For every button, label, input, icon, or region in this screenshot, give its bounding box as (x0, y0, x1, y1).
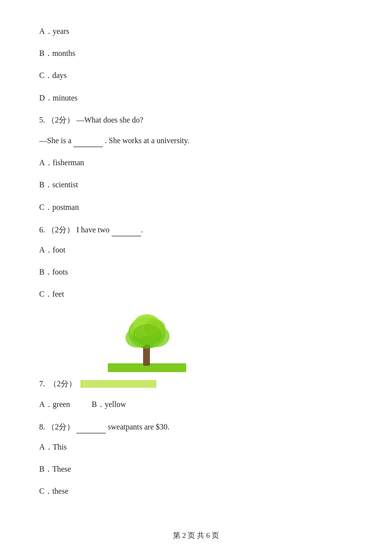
option-q5-c: C．postman (39, 201, 353, 214)
option-text: these (52, 487, 69, 495)
option-text-b: yellow (105, 400, 126, 408)
option-label: D． (39, 94, 53, 102)
question-score: （2分） (49, 377, 76, 390)
footer-text: 第 2 页 共 6 页 (173, 531, 219, 539)
answer-suffix: . She works at a university. (105, 136, 190, 145)
option-label-b: B． (92, 400, 105, 408)
option-q6-b: B．foots (39, 265, 353, 278)
option-q4-c: C．days (39, 69, 353, 82)
question-number: 6. (39, 226, 45, 234)
tree-illustration (108, 314, 186, 373)
question-8: 8. （2分） sweatpants are $30. (39, 420, 353, 433)
option-text: fisherman (53, 158, 84, 167)
question-6: 6. （2分） I have two . (39, 223, 353, 236)
option-text: foots (52, 268, 68, 276)
option-q4-a: A．years (39, 25, 353, 38)
option-text: postman (52, 203, 79, 211)
option-label: B． (39, 49, 52, 57)
question-5: 5. （2分） —What does she do? (39, 113, 353, 126)
option-text: months (52, 49, 75, 57)
option-text: years (53, 27, 70, 35)
question-score: （2分） (47, 423, 74, 431)
option-label: A． (39, 158, 53, 167)
option-label: A． (39, 27, 53, 35)
option-q4-b: B．months (39, 47, 353, 60)
question-5-answer: —She is a . She works at a university. (39, 133, 353, 147)
option-label: B． (39, 465, 52, 473)
option-label: B． (39, 268, 52, 276)
answer-prefix: —She is a (39, 136, 72, 145)
question-text-suffix: . (141, 226, 143, 234)
option-text: scientist (52, 180, 78, 189)
option-text-a: green (53, 400, 71, 408)
option-label: C． (39, 203, 52, 211)
question-score: （2分） (47, 226, 74, 234)
question-text: —What does she do? (76, 116, 143, 124)
option-text: These (52, 465, 71, 473)
question-number: 5. (39, 116, 45, 124)
option-q6-c: C．feet (39, 287, 353, 301)
option-q8-a: A．This (39, 440, 353, 454)
question-blank (112, 223, 141, 236)
option-label: B． (39, 180, 52, 189)
question-7: 7. （2分） (39, 377, 353, 390)
question-number: 8. (39, 423, 45, 431)
option-q5-b: B．scientist (39, 178, 353, 191)
answer-blank (74, 133, 103, 147)
option-label: C． (39, 487, 52, 495)
option-q4-d: D．minutes (39, 91, 353, 104)
question-7-image (98, 309, 196, 373)
image-label-bar (80, 380, 156, 388)
option-q8-c: C．these (39, 484, 353, 498)
option-text: This (53, 443, 67, 451)
option-label: C． (39, 71, 52, 79)
option-label: C． (39, 290, 52, 298)
option-q7-inline: A．green B．yellow (39, 398, 353, 411)
option-q6-a: A．foot (39, 243, 353, 256)
option-label: A． (39, 246, 53, 254)
option-q8-b: B．These (39, 462, 353, 476)
option-q5-a: A．fisherman (39, 156, 353, 169)
question-blank (76, 420, 106, 433)
option-label-a: A． (39, 400, 53, 408)
svg-point-8 (132, 324, 162, 346)
question-text: I have two (76, 226, 110, 234)
question-number: 7. (39, 377, 45, 390)
question-score: （2分） (47, 116, 74, 124)
option-text: days (52, 71, 67, 79)
question-text-suffix: sweatpants are $30. (108, 423, 170, 431)
page-content: A．years B．months C．days D．minutes 5. （2分… (0, 0, 392, 536)
option-text: minutes (53, 94, 78, 102)
page-footer: 第 2 页 共 6 页 (0, 531, 392, 540)
option-text: foot (53, 246, 66, 254)
option-label: A． (39, 443, 53, 451)
option-text: feet (52, 290, 64, 298)
